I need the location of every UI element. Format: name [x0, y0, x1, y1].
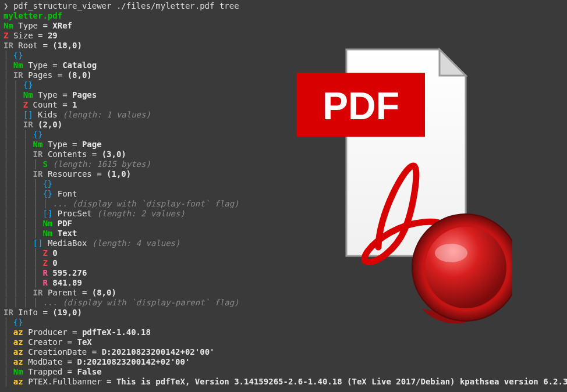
prompt-symbol: ❯ — [3, 1, 8, 10]
tag-z: Z — [3, 31, 8, 40]
brace-icon: {} — [13, 51, 23, 60]
tag-az: az — [13, 327, 23, 337]
terminal-output: ❯ pdf_structure_viewer ./files/myletter.… — [0, 0, 567, 388]
tag-real: R — [42, 268, 47, 277]
command-text: pdf_structure_viewer ./files/myletter.pd… — [13, 1, 239, 10]
tag-stream: S — [42, 159, 47, 169]
filename: myletter.pdf — [3, 11, 62, 20]
tag-ir: IR — [3, 41, 13, 50]
tag-nm: Nm — [3, 21, 13, 30]
command-line: ❯ pdf_structure_viewer ./files/myletter.… — [3, 1, 564, 11]
